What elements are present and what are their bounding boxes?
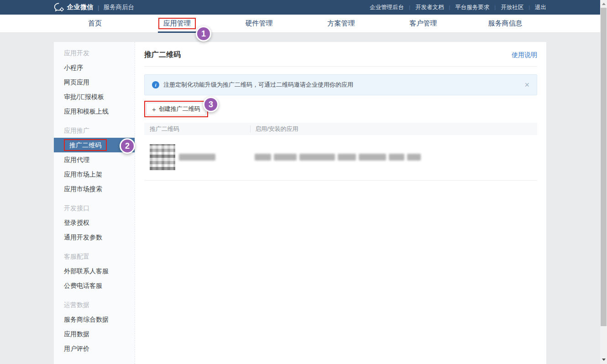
vertical-scrollbar[interactable] [600,0,607,364]
table-row [144,135,537,181]
sidebar-item-web-app[interactable]: 网页应用 [54,75,135,89]
sidebar-item-approval-templates[interactable]: 审批/汇报模板 [54,89,135,104]
wechat-work-logo-icon [54,3,64,12]
tab-solution-management[interactable]: 方案管理 [300,15,382,32]
info-icon: i [152,81,159,88]
app-name-redacted [359,154,386,161]
app-name-redacted [299,154,335,161]
app-name-redacted [389,154,404,161]
sidebar-section-app-promotion: 应用推广 推广二维码 应用代理 应用市场上架 应用市场搜索 [54,123,135,196]
sidebar-section-operations-data: 运营数据 服务商综合数据 应用数据 用户评价 [54,297,135,356]
annotation-highlight-box-2: 推广二维码 [64,139,107,151]
annotation-highlight-box-3: + 创建推广二维码 [144,101,208,117]
sidebar-section-title: 运营数据 [54,297,135,312]
sidebar-section-customer-service: 客服配置 外部联系人客服 公费电话客服 [54,249,135,293]
separator: | [449,5,450,10]
sidebar-item-external-contact-service[interactable]: 外部联系人客服 [54,264,135,278]
app-name-redacted [255,154,271,161]
qrcode-name-redacted [179,154,215,161]
step-badge-2: 2 [120,138,135,154]
brand-separator: | [98,4,99,11]
scroll-up-button[interactable] [600,0,607,8]
separator: | [529,5,530,10]
nav-tabs: 首页 应用管理 硬件管理 方案管理 客户管理 服务商信息 [54,15,546,32]
tab-home[interactable]: 首页 [54,15,136,32]
create-promo-qrcode-button[interactable]: + 创建推广二维码 [146,103,206,115]
topbar-link-developer-docs[interactable]: 开发者文档 [415,4,444,11]
tab-label: 硬件管理 [241,18,278,29]
info-banner: i 注册定制化功能升级为推广二维码，可通过二维码邀请企业使用你的应用 × [144,74,537,95]
step-badge-3: 3 [203,97,219,112]
tab-hardware-management[interactable]: 硬件管理 [218,15,300,32]
brand: 企业微信 | 服务商后台 [54,3,134,12]
tab-label: 服务商信息 [483,18,528,29]
qr-code-thumbnail-redacted [150,144,175,170]
column-header-qrcode: 推广二维码 [144,125,250,133]
sidebar-section-dev-api: 开发接口 登录授权 通用开发参数 [54,201,135,244]
qrcode-cell [144,144,250,170]
banner-text: 注册定制化功能升级为推广二维码，可通过二维码邀请企业使用你的应用 [163,81,353,89]
arrow-up-icon [602,3,606,5]
topbar-link-enterprise-admin[interactable]: 企业管理后台 [370,4,404,11]
main-header: 推广二维码 使用说明 [144,50,537,60]
sidebar-item-user-reviews[interactable]: 用户评价 [54,341,135,356]
sidebar-item-app-template-launch[interactable]: 应用和模板上线 [54,104,135,119]
page-title: 推广二维码 [144,50,181,60]
sidebar-item-free-phone-service[interactable]: 公费电话客服 [54,278,135,293]
tab-label: 方案管理 [322,18,360,29]
sidebar-item-app-market-search[interactable]: 应用市场搜索 [54,182,135,196]
sidebar-section-app-dev: 应用开发 小程序 网页应用 审批/汇报模板 应用和模板上线 [54,46,135,119]
sidebar-item-app-market-listing[interactable]: 应用市场上架 [54,167,135,182]
brand-portal-name: 服务商后台 [103,3,134,11]
tab-provider-info[interactable]: 服务商信息 [464,15,546,32]
sidebar-item-app-data[interactable]: 应用数据 [54,327,135,341]
topbar-links: 企业管理后台 | 开发者文档 | 平台服务要求 | 开放社区 | 退出 [370,4,546,11]
sidebar: 应用开发 小程序 网页应用 审批/汇报模板 应用和模板上线 应用推广 推广二维码… [54,42,135,364]
content-panel: 应用开发 小程序 网页应用 审批/汇报模板 应用和模板上线 应用推广 推广二维码… [54,42,546,364]
table-header-row: 推广二维码 启用/安装的应用 [144,123,537,135]
sidebar-section-title: 应用推广 [54,123,135,138]
close-icon[interactable]: × [524,81,529,89]
column-header-enabled-apps: 启用/安装的应用 [250,125,537,132]
main-panel: 推广二维码 使用说明 i 注册定制化功能升级为推广二维码，可通过二维码邀请企业使… [135,42,546,364]
tab-label: 客户管理 [404,18,442,29]
app-name-redacted [407,154,421,161]
scrollbar-thumb[interactable] [601,8,607,326]
separator: | [409,5,410,10]
sidebar-item-label: 推广二维码 [69,141,101,149]
sidebar-item-login-auth[interactable]: 登录授权 [54,215,135,230]
tab-customer-management[interactable]: 客户管理 [382,15,464,32]
sidebar-section-title: 应用开发 [54,46,135,60]
usage-help-link[interactable]: 使用说明 [512,51,537,59]
service-provider-console: 企业微信 | 服务商后台 企业管理后台 | 开发者文档 | 平台服务要求 | 开… [0,0,607,364]
app-name-redacted [274,154,297,161]
sidebar-section-title: 客服配置 [54,249,135,264]
brand-name: 企业微信 [67,3,94,11]
topbar-link-open-community[interactable]: 开放社区 [501,4,523,11]
sidebar-item-app-agent[interactable]: 应用代理 [54,152,135,167]
sidebar-item-common-dev-params[interactable]: 通用开发参数 [54,230,135,244]
create-button-label: 创建推广二维码 [159,105,200,113]
tab-label: 首页 [83,18,107,29]
tab-label-highlighted: 应用管理 [158,18,196,29]
divider [144,66,537,67]
separator: | [494,5,496,10]
enabled-apps-cell [250,154,537,161]
topbar-link-logout[interactable]: 退出 [535,4,546,11]
app-name-redacted [338,154,356,161]
sidebar-section-title: 开发接口 [54,201,135,215]
step-badge-1: 1 [196,26,211,42]
topbar-link-platform-requirements[interactable]: 平台服务要求 [455,4,489,11]
promo-qrcode-table: 推广二维码 启用/安装的应用 [144,123,537,181]
scroll-down-button[interactable] [600,356,607,364]
sidebar-item-provider-aggregate-data[interactable]: 服务商综合数据 [54,312,135,327]
primary-nav: 首页 应用管理 硬件管理 方案管理 客户管理 服务商信息 [0,15,607,33]
arrow-down-icon [602,359,606,361]
plus-icon: + [152,106,156,112]
sidebar-item-mini-program[interactable]: 小程序 [54,60,135,75]
topbar: 企业微信 | 服务商后台 企业管理后台 | 开发者文档 | 平台服务要求 | 开… [0,0,607,15]
